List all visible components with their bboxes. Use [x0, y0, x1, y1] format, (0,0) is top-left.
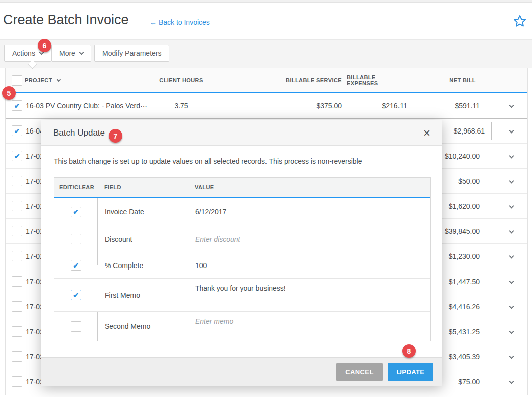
field-value-input[interactable]: Thank you for your business!	[188, 279, 430, 311]
modal-title: Batch Update	[53, 128, 105, 138]
row-select-checkbox[interactable]	[12, 326, 22, 337]
row-select-checkbox[interactable]	[12, 301, 22, 312]
annotation-badge-5: 5	[2, 86, 16, 100]
column-header-client-hours: CLIENT HOURS	[151, 77, 211, 83]
batch-update-table: EDIT/CLEAR FIELD VALUE Invoice Date6/12/…	[54, 177, 431, 341]
batch-update-modal: Batch Update × This batch change is set …	[41, 120, 442, 386]
chevron-down-icon	[509, 229, 514, 234]
field-name: Invoice Date	[97, 198, 188, 226]
modal-description: This batch change is set up to update va…	[54, 157, 430, 165]
field-edit-checkbox[interactable]	[71, 321, 81, 332]
top-strip	[0, 0, 532, 3]
chevron-down-icon	[509, 354, 514, 359]
back-to-invoices-link[interactable]: ← Back to Invoices	[150, 18, 210, 26]
chevron-down-icon	[509, 154, 514, 159]
annotation-badge-7: 7	[109, 129, 122, 143]
row-select-checkbox[interactable]	[12, 251, 22, 261]
net-bill-input[interactable]: $2,968.61	[447, 122, 492, 140]
chevron-down-icon	[509, 379, 514, 384]
net-bill-cell: $591.11	[412, 93, 495, 118]
row-expand-button[interactable]	[495, 269, 528, 294]
row-expand-button[interactable]	[495, 219, 528, 243]
row-expand-button[interactable]	[495, 369, 528, 394]
row-select-checkbox[interactable]	[12, 125, 22, 136]
batch-update-row: % Complete100	[54, 252, 430, 279]
modal-footer: CANCEL UPDATE	[41, 357, 442, 386]
field-checkbox-cell	[54, 312, 97, 341]
client-hours-cell: 3.75	[151, 93, 211, 118]
field-checkbox-cell	[54, 198, 97, 226]
field-edit-checkbox[interactable]	[71, 207, 81, 217]
row-expand-button[interactable]	[495, 244, 528, 269]
toolbar: Actions More Modify Parameters	[0, 39, 532, 68]
project-cell: 16-03 PV Country Club: - Palos Verd···	[25, 93, 151, 118]
row-select-checkbox[interactable]	[12, 151, 22, 161]
chevron-down-icon	[509, 103, 514, 108]
column-header-project[interactable]: PROJECT	[25, 77, 151, 83]
row-select-checkbox[interactable]	[12, 376, 22, 387]
more-button[interactable]: More	[51, 45, 91, 62]
field-edit-checkbox[interactable]	[71, 260, 81, 271]
row-checkbox-cell	[6, 319, 25, 344]
row-expand-button[interactable]	[495, 194, 528, 218]
row-expand-button[interactable]	[495, 169, 528, 193]
modify-parameters-button[interactable]: Modify Parameters	[94, 45, 169, 62]
chevron-down-icon	[509, 279, 514, 284]
field-value-input[interactable]: Enter memo	[188, 312, 430, 341]
row-expand-button[interactable]	[495, 118, 528, 143]
row-expand-button[interactable]	[495, 294, 528, 319]
row-checkbox-cell	[6, 194, 25, 218]
chevron-down-icon	[509, 128, 514, 134]
row-checkbox-cell	[6, 369, 25, 394]
sort-chevron-icon	[57, 78, 61, 82]
favorite-star-icon[interactable]	[513, 14, 527, 28]
row-expand-button[interactable]	[495, 344, 528, 369]
row-checkbox-cell	[6, 118, 25, 143]
cancel-button[interactable]: CANCEL	[336, 363, 383, 381]
row-checkbox-cell	[6, 244, 25, 269]
row-select-checkbox[interactable]	[12, 276, 22, 287]
row-expand-button[interactable]	[495, 93, 528, 118]
chevron-down-icon	[509, 204, 514, 209]
modal-header: Batch Update ×	[41, 120, 442, 146]
field-name: % Complete	[97, 252, 188, 278]
column-header-edit-clear: EDIT/CLEAR	[54, 184, 97, 190]
more-button-label: More	[59, 49, 75, 57]
close-icon[interactable]: ×	[423, 127, 430, 139]
field-value-input[interactable]: Enter discount	[188, 226, 430, 252]
row-checkbox-cell	[6, 294, 25, 319]
field-edit-checkbox[interactable]	[71, 290, 81, 300]
batch-update-row: Second MemoEnter memo	[54, 312, 430, 341]
create-batch-invoice-page: Create Batch Invoice ← Back to Invoices …	[0, 0, 532, 397]
chevron-down-icon	[509, 329, 514, 334]
field-checkbox-cell	[54, 252, 97, 278]
chevron-down-icon	[509, 179, 514, 184]
row-select-checkbox[interactable]	[12, 201, 22, 211]
chevron-down-icon	[79, 50, 84, 55]
row-checkbox-cell	[6, 169, 25, 193]
row-expand-button[interactable]	[495, 319, 528, 344]
batch-update-row: DiscountEnter discount	[54, 226, 430, 252]
field-value-input[interactable]: 6/12/2017	[188, 198, 430, 226]
field-edit-checkbox[interactable]	[71, 234, 81, 244]
annotation-badge-6: 6	[38, 39, 51, 52]
chevron-down-icon	[509, 304, 514, 309]
row-expand-button[interactable]	[495, 144, 528, 168]
column-header-billable-service: BILLABLE SERVICE	[211, 77, 347, 83]
field-name: Discount	[97, 226, 188, 252]
row-select-checkbox[interactable]	[12, 226, 22, 236]
batch-update-table-header: EDIT/CLEAR FIELD VALUE	[54, 178, 430, 198]
invoice-table-header: PROJECT CLIENT HOURS BILLABLE SERVICE BI…	[6, 68, 527, 93]
row-select-checkbox[interactable]	[12, 100, 22, 111]
invoice-row: 16-03 PV Country Club: - Palos Verd···3.…	[6, 93, 527, 118]
field-name: First Memo	[97, 279, 188, 311]
update-button[interactable]: UPDATE	[388, 363, 433, 381]
row-select-checkbox[interactable]	[12, 176, 22, 186]
field-value-input[interactable]: 100	[188, 252, 430, 278]
batch-update-row: First MemoThank you for your business!	[54, 279, 430, 312]
field-checkbox-cell	[54, 279, 97, 311]
row-select-checkbox[interactable]	[12, 351, 22, 362]
batch-update-row: Invoice Date6/12/2017	[54, 198, 430, 226]
actions-button-label: Actions	[12, 49, 35, 57]
select-all-checkbox[interactable]	[12, 75, 22, 86]
